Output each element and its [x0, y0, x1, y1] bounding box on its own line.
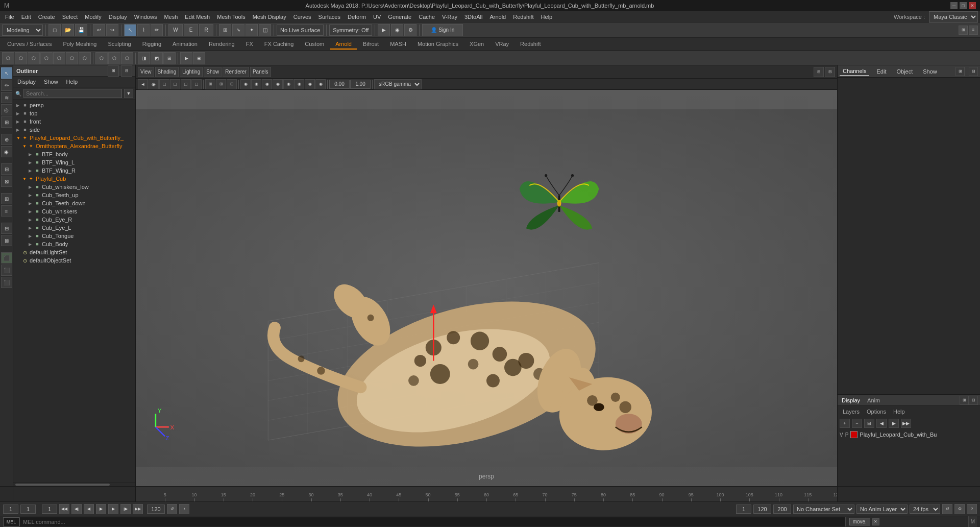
icon-btn-5[interactable]: ⬡ [53, 52, 65, 64]
vp-icon-box2[interactable]: □ [170, 79, 180, 89]
rpb-tab-anim[interactable]: Anim [865, 396, 882, 404]
character-set-select[interactable]: No Character Set [793, 505, 854, 514]
rpb-float-btn[interactable]: ⊞ [960, 396, 969, 405]
menu-cache[interactable]: Cache [415, 13, 438, 21]
layer-options-btn[interactable]: ⊟ [864, 419, 874, 428]
uv-btn[interactable]: ◎ [1, 104, 12, 115]
tree-item-cub-eye-r[interactable]: ▶ ■ Cub_Eye_R [13, 215, 135, 224]
tree-item-cub-whiskers[interactable]: ▶ ■ Cub_whiskers [13, 207, 135, 215]
crease-btn[interactable]: ⊞ [1, 116, 12, 128]
fps-select[interactable]: 24 fps [910, 505, 940, 514]
grid-btn[interactable]: ⊞ [1, 193, 12, 204]
tab-vray[interactable]: VRay [490, 39, 514, 50]
options-subtab[interactable]: Options [865, 408, 888, 416]
tree-item-cub-tongue[interactable]: ▶ ■ Cub_Tongue [13, 232, 135, 240]
minimize-button[interactable]: ─ [950, 2, 958, 9]
timeline-next-key-btn[interactable]: |▶ [120, 504, 131, 514]
anim-layer-select[interactable]: No Anim Layer [856, 505, 908, 514]
menu-windows[interactable]: Windows [131, 13, 160, 21]
show-manip-btn[interactable]: ⊕ [1, 134, 12, 145]
ipr-btn[interactable]: ◉ [391, 24, 403, 36]
tab-fx[interactable]: FX [241, 39, 258, 50]
vp-icon-shade1[interactable]: ◉ [240, 79, 251, 89]
light-editor-btn[interactable]: ⬛ [1, 265, 12, 276]
anim-end-input[interactable] [147, 505, 165, 514]
range-start-input[interactable] [736, 505, 751, 514]
outliner-filter-btn[interactable]: ▼ [124, 89, 133, 98]
refresh-btn[interactable]: ↺ [942, 504, 952, 514]
menu-deform[interactable]: Deform [345, 13, 369, 21]
command-close-btn[interactable]: ✕ [872, 518, 879, 525]
vp-menu-show[interactable]: Show [204, 67, 222, 77]
tab-xgen[interactable]: XGen [464, 39, 489, 50]
outliner-menu-display[interactable]: Display [15, 78, 38, 85]
tab-curves-surfaces[interactable]: Curves / Surfaces [2, 39, 57, 50]
vp-icon-shade2[interactable]: ◉ [251, 79, 261, 89]
render-settings-btn[interactable]: ⚙ [404, 24, 416, 36]
layer-delete-btn[interactable]: − [852, 419, 862, 428]
tab-poly-meshing[interactable]: Poly Meshing [58, 39, 102, 50]
timeline-prev-key-btn[interactable]: ◀| [71, 504, 82, 514]
menu-3dtoall[interactable]: 3DtoAll [461, 13, 485, 21]
rp-float-btn[interactable]: ⊞ [955, 67, 965, 76]
frame-start-input[interactable] [3, 505, 18, 514]
icon-btn-15[interactable]: ◉ [193, 52, 205, 64]
history-btn[interactable]: ⊟ [1, 163, 12, 175]
tab-bifrost[interactable]: Bifrost [358, 39, 384, 50]
snap-view-btn[interactable]: ◫ [259, 24, 271, 36]
attr-editor-btn[interactable]: ⊠ [1, 235, 12, 246]
render-settings2-btn[interactable]: ⬛ [1, 277, 12, 288]
paint-select-btn[interactable]: ✏ [151, 24, 163, 36]
tab-sculpting[interactable]: Sculpting [103, 39, 136, 50]
move-tool-btn[interactable]: W [168, 24, 183, 36]
tab-redshift[interactable]: Redshift [515, 39, 546, 50]
icon-btn-9[interactable]: ⬡ [108, 52, 120, 64]
icon-btn-12[interactable]: ◩ [151, 52, 163, 64]
vp-menu-view[interactable]: View [138, 67, 154, 77]
vp-icon-shade4[interactable]: ◉ [273, 79, 283, 89]
layer-prev-btn[interactable]: ◀ [876, 419, 887, 428]
vp-icon-prev[interactable]: ◄ [138, 79, 148, 89]
vp-icon-shade5[interactable]: ◉ [283, 79, 293, 89]
range-end-input[interactable] [753, 505, 771, 514]
layer-sort-btn[interactable]: ▶▶ [901, 419, 911, 428]
menu-mesh[interactable]: Mesh [161, 13, 181, 21]
vp-value1-input[interactable] [329, 80, 350, 89]
vp-icon-box1[interactable]: □ [159, 79, 169, 89]
layer-next-btn[interactable]: ▶ [889, 419, 899, 428]
close-button[interactable]: ✕ [969, 2, 976, 9]
outliner-float-btn[interactable]: ⊟ [121, 65, 132, 77]
redo-btn[interactable]: ↪ [106, 24, 118, 36]
no-live-surface-btn[interactable]: No Live Surface [277, 25, 324, 36]
vp-float-btn[interactable]: ⊞ [814, 67, 824, 77]
menu-edit-mesh[interactable]: Edit Mesh [182, 13, 213, 21]
layer-color-swatch[interactable] [850, 431, 857, 438]
vp-menu-panels[interactable]: Panels [250, 67, 271, 77]
select-tool-btn[interactable]: ↖ [124, 24, 136, 36]
lasso-btn[interactable]: ⌇ [137, 24, 150, 36]
tree-item-side[interactable]: ▶ ■ side [13, 126, 135, 134]
rp-tab-edit[interactable]: Edit [873, 67, 889, 76]
icon-btn-8[interactable]: ⬡ [95, 52, 108, 64]
viewport-canvas[interactable]: X Y Z persp [136, 90, 837, 486]
vp-menu-renderer[interactable]: Renderer [223, 67, 249, 77]
layer-create-btn[interactable]: + [840, 419, 850, 428]
timeline-loop-btn[interactable]: ↺ [167, 504, 177, 514]
frame-current-input[interactable] [20, 505, 36, 514]
new-scene-btn[interactable]: ◻ [48, 24, 61, 36]
maximize-button[interactable]: □ [960, 2, 967, 9]
display-layer-btn[interactable]: ≡ [1, 205, 12, 217]
open-btn[interactable]: 📂 [62, 24, 74, 36]
snap-grid-btn[interactable]: ⊞ [219, 24, 231, 36]
vp-menu-shading[interactable]: Shading [155, 67, 179, 77]
tree-item-default-light-set[interactable]: ⊙ defaultLightSet [13, 248, 135, 256]
timeline-start-btn[interactable]: ◀◀ [59, 504, 69, 514]
menu-mesh-tools[interactable]: Mesh Tools [214, 13, 248, 21]
rpb-tab-display[interactable]: Display [840, 396, 862, 404]
icon-btn-2[interactable]: ⬡ [15, 52, 27, 64]
vp-icon-box4[interactable]: □ [191, 79, 202, 89]
tab-motion-graphics[interactable]: Motion Graphics [412, 39, 463, 50]
timeline-next-btn[interactable]: ▶ [108, 504, 118, 514]
icon-btn-11[interactable]: ◨ [138, 52, 150, 64]
snap-curve-btn[interactable]: ∿ [232, 24, 244, 36]
